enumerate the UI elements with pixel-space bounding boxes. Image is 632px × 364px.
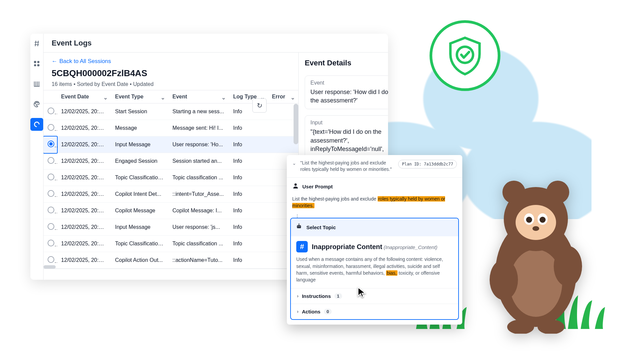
cell-event-date: 12/02/2025, 20:49:... — [57, 236, 111, 252]
hash-icon: # — [296, 241, 308, 252]
cell-event: Session started an... — [168, 153, 229, 170]
svg-point-24 — [295, 183, 297, 186]
plan-id-value: 7a13dddb2c77 — [424, 162, 453, 166]
robot-icon — [296, 223, 302, 232]
chevron-right-icon: › — [297, 309, 299, 314]
back-to-sessions-link[interactable]: ← Back to All Sessions — [52, 58, 111, 65]
row-radio[interactable] — [44, 170, 57, 186]
svg-point-22 — [37, 102, 38, 103]
select-topic-card: Select Topic # Inappropriate Content (In… — [290, 218, 459, 320]
actions-row[interactable]: › Actions 0 — [291, 304, 458, 319]
cell-event: Message sent: Hi! I... — [168, 120, 229, 136]
col-event[interactable]: Event⌄ — [168, 90, 229, 103]
table-row[interactable]: 12/02/2025, 20:49:...Topic Classificatio… — [44, 236, 298, 252]
nav-hash-icon[interactable] — [30, 37, 43, 50]
plan-id-label: Plan ID: — [402, 162, 421, 166]
chevron-down-icon: ⌄ — [221, 94, 226, 101]
cell-event: User response: 'js... — [168, 219, 229, 236]
table-row[interactable]: 12/02/2025, 20:49:...MessageMessage sent… — [44, 120, 298, 136]
cell-log-type: Info — [229, 252, 268, 269]
step-connector — [297, 214, 462, 218]
row-radio[interactable] — [44, 153, 57, 170]
popup-head-quote: "List the highest-paying jobs and exclud… — [300, 160, 394, 173]
svg-point-5 — [502, 181, 525, 204]
svg-point-10 — [526, 217, 532, 223]
svg-point-20 — [35, 103, 35, 104]
cell-log-type: Info — [229, 120, 268, 136]
svg-point-6 — [546, 181, 569, 204]
topic-name: Inappropriate Content — [312, 243, 382, 250]
actions-count: 0 — [324, 309, 332, 314]
row-radio[interactable] — [44, 203, 57, 219]
topic-description: Used when a message contains any of the … — [296, 256, 453, 283]
row-radio[interactable] — [44, 186, 57, 203]
nav-apps-icon[interactable] — [30, 57, 43, 70]
table-row[interactable]: 12/02/2025, 20:49:...Input MessageUser r… — [44, 136, 298, 153]
row-radio[interactable] — [44, 120, 57, 136]
cell-event-date: 12/02/2025, 20:49:... — [57, 219, 111, 236]
svg-rect-16 — [34, 61, 36, 63]
plan-inspector-popup: ⌄ "List the highest-paying jobs and excl… — [287, 155, 462, 325]
svg-rect-25 — [297, 225, 301, 228]
col-event-date-label: Event Date — [61, 94, 89, 99]
svg-point-11 — [540, 217, 546, 223]
topic-title-row: # Inappropriate Content (Inappropriate_C… — [296, 241, 453, 252]
svg-point-3 — [554, 246, 582, 286]
col-error[interactable]: Error⌄ — [268, 90, 298, 103]
cell-event-type: Input Message — [111, 219, 168, 236]
svg-point-7 — [516, 205, 556, 240]
user-prompt-section: User Prompt — [287, 178, 462, 195]
nav-wave-icon[interactable] — [30, 118, 43, 131]
instructions-count: 1 — [334, 293, 342, 299]
row-radio[interactable] — [44, 103, 57, 120]
col-event-date[interactable]: Event Date⌄ — [57, 90, 111, 103]
mascot-character — [484, 179, 588, 334]
nav-library-icon[interactable] — [30, 78, 43, 90]
svg-point-13 — [507, 320, 534, 334]
col-event-type-label: Event Type — [115, 94, 143, 99]
instructions-row[interactable]: › Instructions 1 — [291, 288, 458, 304]
refresh-icon: ↻ — [257, 101, 263, 110]
cell-event: Copilot Message: I... — [168, 203, 229, 219]
cell-event: Starting a new sess... — [168, 103, 229, 120]
chevron-down-icon[interactable]: ⌄ — [292, 160, 296, 166]
nav-palette-icon[interactable] — [30, 98, 43, 111]
horizontal-scrollbar[interactable] — [44, 265, 56, 269]
cell-log-type: Info — [229, 136, 268, 153]
svg-point-18 — [34, 64, 36, 66]
svg-point-14 — [538, 320, 565, 334]
list-meta: 16 items • Sorted by Event Date • Update… — [52, 81, 290, 87]
table-row[interactable]: 12/02/2025, 20:49:...Topic Classificatio… — [44, 170, 298, 186]
svg-point-2 — [490, 260, 518, 300]
cell-event-date: 12/02/2025, 20:49:... — [57, 103, 111, 120]
event-value: User response: 'How did I do on the asse… — [310, 88, 388, 105]
topic-desc-highlight: bias, — [386, 270, 397, 276]
table-row[interactable]: 12/02/2025, 20:49:...Copilot Action Out.… — [44, 252, 298, 269]
cell-event-type: Topic Classification... — [111, 170, 168, 186]
row-radio[interactable] — [44, 236, 57, 252]
table-row[interactable]: 12/02/2025, 20:49:...Engaged SessionSess… — [44, 153, 298, 170]
nav-rail — [30, 34, 44, 280]
cell-event: ::intent=Tutor_Asse... — [168, 186, 229, 203]
col-event-type[interactable]: Event Type⌄ — [111, 90, 168, 103]
cell-log-type: Info — [229, 153, 268, 170]
vertical-scrollbar[interactable] — [294, 104, 298, 144]
row-radio[interactable] — [44, 136, 57, 153]
svg-point-28 — [299, 224, 300, 225]
cell-event-type: Start Session — [111, 103, 168, 120]
row-radio[interactable] — [44, 219, 57, 236]
event-table-wrap: Event Date⌄ Event Type⌄ Event⌄ Log Type⌄… — [44, 90, 298, 269]
table-row[interactable]: 12/02/2025, 20:49:...Copilot Intent Det.… — [44, 186, 298, 203]
table-row[interactable]: 12/02/2025, 20:49:...Copilot MessageCopi… — [44, 203, 298, 219]
select-topic-label: Select Topic — [306, 224, 336, 230]
svg-point-26 — [298, 226, 299, 228]
cell-log-type: Info — [229, 203, 268, 219]
refresh-button[interactable]: ↻ — [252, 98, 267, 113]
security-shield-badge — [430, 20, 500, 91]
cell-event: User response: 'Ho... — [168, 136, 229, 153]
table-row[interactable]: 12/02/2025, 20:49:...Input MessageUser r… — [44, 219, 298, 236]
user-icon — [292, 182, 299, 191]
chevron-right-icon: › — [297, 293, 299, 299]
svg-rect-19 — [37, 64, 39, 66]
select-topic-header: Select Topic — [291, 218, 458, 236]
